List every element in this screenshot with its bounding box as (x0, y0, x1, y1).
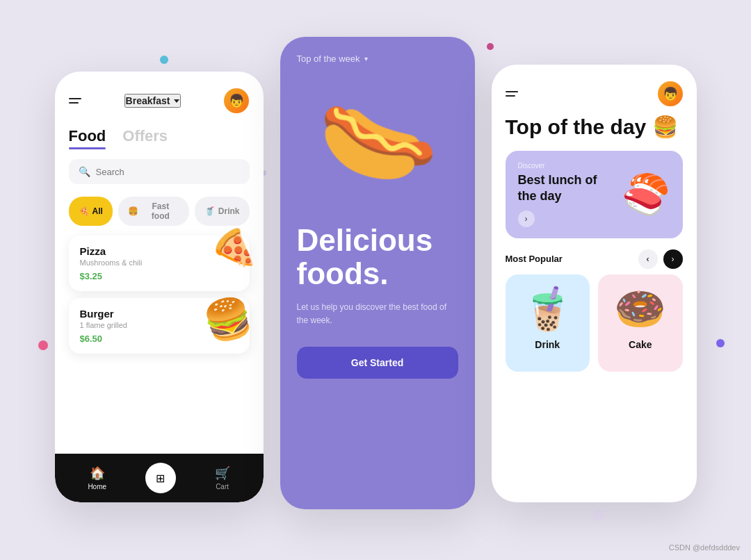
tab-food[interactable]: Food (69, 127, 106, 149)
location-button[interactable]: Breakfast (124, 94, 181, 108)
filter-drink[interactable]: 🥤 Drink (195, 197, 250, 226)
discover-card[interactable]: Discover Best lunch of the day › 🍣 (506, 151, 683, 238)
food-price-pizza: $3.25 (80, 271, 239, 281)
cart-icon: 🛒 (215, 466, 230, 481)
center-title: Delicious foods. (297, 224, 458, 291)
nav-home[interactable]: 🏠 Home (88, 466, 106, 491)
filter-all[interactable]: 🍕 All (69, 197, 113, 226)
nav-cart[interactable]: 🛒 Cart (215, 466, 230, 491)
filter-pills: 🍕 All 🍔 Fast food 🥤 Drink (55, 194, 264, 229)
search-input[interactable] (96, 167, 240, 177)
bottom-nav: 🏠 Home ⊞ 🛒 Cart (55, 454, 264, 502)
nav-grid[interactable]: ⊞ (145, 463, 176, 493)
grid-icon: ⊞ (156, 472, 165, 485)
location-label: Breakfast (126, 95, 170, 106)
decorative-dot-2 (38, 340, 48, 350)
filter-fastfood-icon: 🍔 (128, 206, 138, 216)
nav-arrows: ‹ › (638, 249, 683, 269)
decorative-dot-4 (716, 339, 725, 347)
search-bar[interactable]: 🔍 (69, 159, 250, 184)
phone-center: Top of the week ▾ 🌭 Delicious foods. Let… (280, 37, 475, 509)
prev-arrow[interactable]: ‹ (638, 249, 658, 269)
drink-emoji: 🧋 (522, 284, 574, 333)
decorative-dot-3 (487, 43, 494, 50)
grid-button[interactable]: ⊞ (145, 463, 176, 493)
phone-right: 👦 Top of the day 🍔 Discover Best lunch o… (492, 65, 697, 502)
filter-all-icon: 🍕 (79, 206, 89, 216)
filter-drink-icon: 🥤 (204, 206, 215, 216)
center-header: Top of the week ▾ (280, 37, 475, 64)
center-subtitle: Let us help you discover the best food o… (297, 301, 458, 327)
chevron-down-icon (174, 99, 179, 103)
cake-emoji: 🍩 (614, 284, 666, 333)
avatar[interactable]: 👦 (224, 88, 249, 113)
get-started-button[interactable]: Get Started (297, 347, 458, 379)
chevron-down-center-icon: ▾ (364, 55, 368, 63)
tab-offers[interactable]: Offers (122, 127, 168, 149)
watermark: CSDN @defdsdddev (669, 543, 740, 552)
next-arrow[interactable]: › (663, 249, 683, 269)
decorative-dot-1 (160, 56, 168, 64)
discover-text: Discover Best lunch of the day › (518, 162, 615, 227)
center-content: Delicious foods. Let us help you discove… (280, 210, 475, 393)
menu-icon[interactable] (69, 98, 81, 104)
category-drink[interactable]: 🧋 Drink (506, 274, 590, 372)
tabs: Food Offers (55, 122, 264, 149)
discover-arrow[interactable]: › (518, 211, 535, 227)
right-menu-icon[interactable] (506, 91, 518, 97)
right-header: 👦 (492, 65, 697, 115)
right-avatar[interactable]: 👦 (658, 81, 683, 106)
food-card-pizza[interactable]: Pizza Mushrooms & chili $3.25 🍕 (69, 236, 250, 291)
food-card-burger[interactable]: Burger 1 flame grilled $6.50 🍔 (69, 298, 250, 354)
left-header: Breakfast 👦 (55, 72, 264, 122)
right-title: Top of the day 🍔 (492, 115, 697, 140)
sushi-emoji: 🍣 (622, 172, 670, 217)
top-week-button[interactable]: Top of the week ▾ (297, 53, 368, 64)
food-list: Pizza Mushrooms & chili $3.25 🍕 Burger 1… (55, 229, 264, 361)
search-icon: 🔍 (79, 166, 90, 177)
hotdog-emoji: 🌭 (309, 75, 446, 206)
phone-left: Breakfast 👦 Food Offers 🔍 🍕 All 🍔 Fast f… (55, 72, 264, 502)
filter-fastfood[interactable]: 🍔 Fast food (118, 197, 189, 226)
most-popular-header: Most Popular ‹ › (492, 238, 697, 274)
decorative-dot-5 (592, 509, 605, 522)
category-cake[interactable]: 🍩 Cake (598, 274, 683, 372)
hotdog-container: 🌭 (280, 71, 475, 210)
home-icon: 🏠 (90, 466, 105, 481)
category-grid: 🧋 Drink 🍩 Cake (492, 274, 697, 372)
